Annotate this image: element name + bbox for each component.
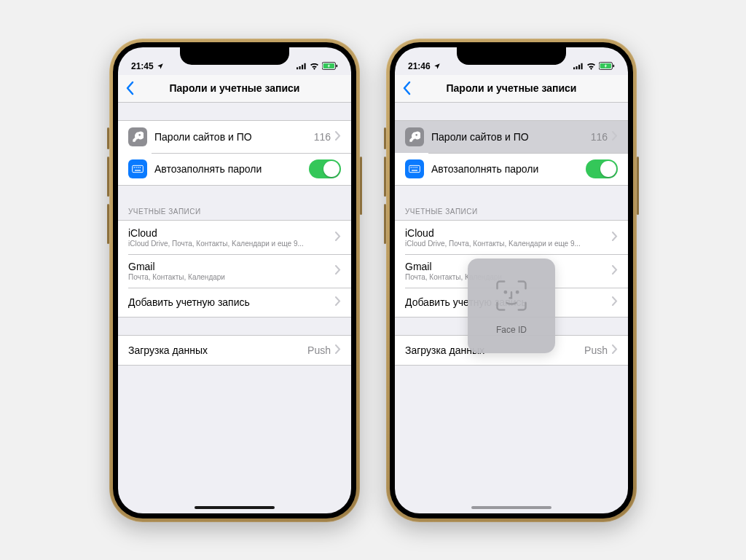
status-time: 21:45 xyxy=(131,61,154,71)
wifi-icon xyxy=(586,63,596,70)
svg-point-27 xyxy=(517,291,518,292)
svg-rect-0 xyxy=(297,67,298,69)
row-label: Gmail xyxy=(128,261,335,272)
row-label: Пароли сайтов и ПО xyxy=(154,131,314,143)
face-id-icon xyxy=(492,277,530,318)
screen: 21:46 Пароли и учетные xyxy=(395,47,628,513)
svg-rect-18 xyxy=(613,65,614,67)
key-icon xyxy=(128,127,147,146)
row-label: Автозаполнять пароли xyxy=(431,163,586,175)
cellular-signal-icon xyxy=(573,63,584,70)
account-icloud-row[interactable]: iCloud iCloud Drive, Почта, Контакты, Kа… xyxy=(118,221,351,254)
svg-rect-20 xyxy=(409,165,420,172)
row-label: iCloud xyxy=(128,227,335,239)
navbar: Пароли и учетные записи xyxy=(118,75,351,103)
svg-rect-16 xyxy=(581,63,583,68)
status-time: 21:46 xyxy=(408,61,431,71)
autofill-toggle[interactable] xyxy=(309,159,341,178)
row-label: Автозаполнять пароли xyxy=(154,163,309,175)
chevron-right-icon xyxy=(335,296,341,309)
chevron-right-icon xyxy=(335,130,341,143)
autofill-passwords-row[interactable]: Автозаполнять пароли xyxy=(118,153,351,185)
cellular-signal-icon xyxy=(297,63,307,70)
face-id-label: Face ID xyxy=(496,325,527,335)
accounts-section-header: УЧЕТНЫЕ ЗАПИСИ xyxy=(395,203,628,220)
settings-content: Пароли сайтов и ПО 116 Автозаполнять пар… xyxy=(118,103,351,513)
notch xyxy=(457,47,566,65)
navbar: Пароли и учетные записи xyxy=(395,75,628,103)
side-button[interactable] xyxy=(637,157,639,215)
row-sublabel: iCloud Drive, Почта, Контакты, Kалендари… xyxy=(128,240,335,248)
svg-rect-12 xyxy=(135,170,141,170)
navbar-title: Пароли и учетные записи xyxy=(447,82,577,94)
row-label: iCloud xyxy=(405,227,612,239)
accounts-section-header: УЧЕТНЫЕ ЗАПИСИ xyxy=(118,203,351,220)
row-sublabel: Почта, Контакты, Календари xyxy=(128,273,335,281)
row-label: Добавить учетную запись xyxy=(128,296,335,308)
row-value: Push xyxy=(584,344,608,356)
website-app-passwords-row[interactable]: Пароли сайтов и ПО 116 xyxy=(118,121,351,153)
account-gmail-row[interactable]: Gmail Почта, Контакты, Календари xyxy=(118,254,351,288)
chevron-right-icon xyxy=(612,344,618,357)
screen: 21:45 Пароли и учетные xyxy=(118,47,351,513)
face-id-prompt: Face ID xyxy=(468,259,555,353)
row-value: 116 xyxy=(591,131,608,143)
wifi-icon xyxy=(310,63,319,70)
svg-rect-1 xyxy=(299,66,301,69)
svg-point-26 xyxy=(505,291,506,292)
svg-rect-11 xyxy=(140,167,141,167)
svg-rect-2 xyxy=(302,64,303,68)
phone-left: 21:45 Пароли и учетные xyxy=(118,47,351,513)
website-app-passwords-row[interactable]: Пароли сайтов и ПО 116 xyxy=(395,121,628,153)
key-icon xyxy=(405,127,424,146)
keyboard-icon xyxy=(128,159,147,178)
svg-rect-25 xyxy=(412,170,417,170)
svg-rect-9 xyxy=(136,167,136,167)
svg-rect-22 xyxy=(412,167,413,167)
fetch-new-data-row[interactable]: Загрузка данных Push xyxy=(118,336,351,365)
notch xyxy=(180,47,289,65)
svg-rect-10 xyxy=(138,167,138,167)
chevron-right-icon xyxy=(612,130,618,143)
svg-rect-7 xyxy=(133,165,144,172)
battery-charging-icon xyxy=(599,62,615,70)
chevron-right-icon xyxy=(612,231,618,244)
navbar-title: Пароли и учетные записи xyxy=(170,82,300,94)
svg-rect-15 xyxy=(578,64,580,68)
account-icloud-row[interactable]: iCloud iCloud Drive, Почта, Контакты, Kа… xyxy=(395,221,628,254)
svg-rect-24 xyxy=(417,167,417,167)
row-sublabel: iCloud Drive, Почта, Контакты, Kалендари… xyxy=(405,240,612,248)
battery-charging-icon xyxy=(322,62,338,70)
svg-rect-21 xyxy=(411,167,412,167)
keyboard-icon xyxy=(405,159,424,178)
autofill-toggle[interactable] xyxy=(586,159,618,178)
svg-rect-14 xyxy=(576,66,578,69)
phone-right: 21:46 Пароли и учетные xyxy=(395,47,628,513)
svg-rect-3 xyxy=(305,63,306,68)
location-icon xyxy=(157,63,164,70)
home-indicator[interactable] xyxy=(195,506,275,509)
row-label: Загрузка данных xyxy=(128,344,307,356)
chevron-right-icon xyxy=(335,231,341,244)
chevron-right-icon xyxy=(335,344,341,357)
svg-rect-5 xyxy=(336,65,337,67)
back-button[interactable] xyxy=(125,81,134,95)
svg-rect-8 xyxy=(134,167,135,167)
autofill-passwords-row[interactable]: Автозаполнять пароли xyxy=(395,153,628,185)
chevron-right-icon xyxy=(612,296,618,309)
row-value: 116 xyxy=(314,131,331,143)
row-label: Пароли сайтов и ПО xyxy=(431,131,591,143)
side-button[interactable] xyxy=(360,157,362,215)
svg-rect-13 xyxy=(573,67,575,69)
back-button[interactable] xyxy=(402,81,411,95)
location-icon xyxy=(433,63,441,70)
svg-rect-23 xyxy=(415,167,415,167)
chevron-right-icon xyxy=(612,264,618,277)
chevron-right-icon xyxy=(335,264,341,277)
add-account-row[interactable]: Добавить учетную запись xyxy=(118,288,351,317)
row-value: Push xyxy=(307,344,331,356)
home-indicator[interactable] xyxy=(471,506,551,509)
